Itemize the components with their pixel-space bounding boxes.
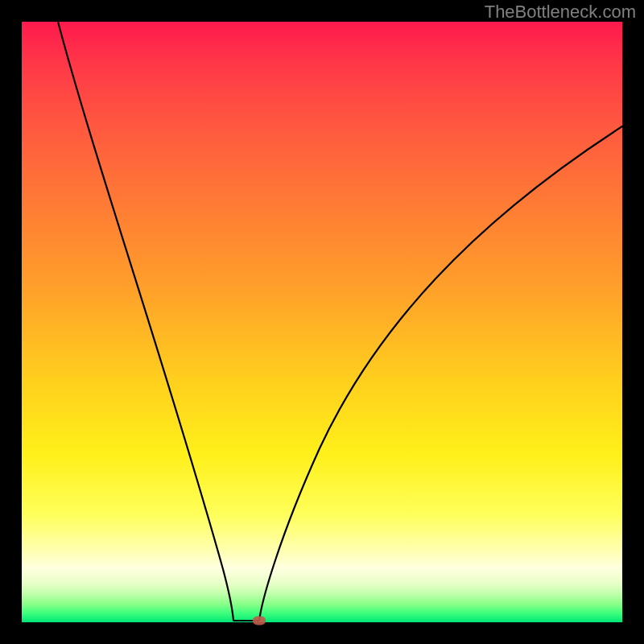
curve-layer [22,22,622,622]
chart-frame: TheBottleneck.com [0,0,644,644]
watermark-text: TheBottleneck.com [485,2,636,23]
bottleneck-curve [58,22,622,621]
plot-area [22,22,622,622]
optimum-marker [253,617,266,625]
